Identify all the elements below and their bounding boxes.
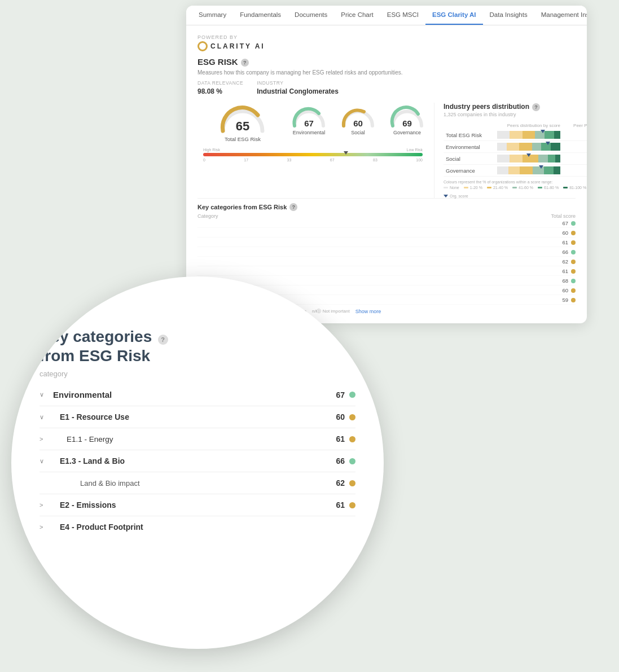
peers-pct-col: Peer Percent. xyxy=(563,122,587,129)
tab-esgmsci[interactable]: ESG MSCI xyxy=(380,6,425,25)
peers-row-0-label: Total ESG Risk xyxy=(444,129,495,141)
legend-61-80: 61-80 % xyxy=(538,186,559,190)
score-dot-item-6: 68 xyxy=(197,276,576,286)
legend-41-60-dot xyxy=(512,187,517,188)
gov-gauge: 69 xyxy=(389,106,425,128)
social-score-label: Social xyxy=(351,130,365,135)
scale-bar-area: High Risk Low Risk 0 17 33 67 83 100 xyxy=(197,148,428,162)
legend-1-20-dot xyxy=(464,187,468,188)
cat-name-land-bio: Land & Bio impact xyxy=(53,479,140,487)
env-score-label: Environmental xyxy=(293,130,326,135)
score-dot-2 xyxy=(571,240,576,245)
tab-pricechart[interactable]: Price Chart xyxy=(334,6,380,25)
legend-org-score: Org. score xyxy=(444,194,468,198)
peers-row-1-marker xyxy=(546,142,550,145)
key-cats-info-icon[interactable]: ? xyxy=(289,203,297,211)
chevron-e4[interactable]: > xyxy=(39,524,49,530)
legend-21-40-dot xyxy=(487,187,491,188)
cat-row-e1: ∨ E1 - Resource Use 60 xyxy=(39,406,355,428)
circle-question-icon[interactable]: ? xyxy=(158,335,168,345)
score-dot-item-2: 61 xyxy=(197,238,576,247)
peers-row-1-bar xyxy=(495,141,563,153)
industry-value: Industrial Conglomerates xyxy=(257,87,339,95)
peers-score-col: Peers distribution by score xyxy=(495,122,563,129)
score-dot-7 xyxy=(571,288,576,293)
peers-row-3-bar xyxy=(495,165,563,177)
cat-name-e2: E2 - Emissions xyxy=(53,500,116,510)
circle-heading-line1: Key categories xyxy=(39,328,152,345)
total-score-col-header: Total score xyxy=(551,213,576,219)
data-relevance-label: DATA RELEVANCE xyxy=(197,80,243,86)
cat-score-e13: 66 xyxy=(336,456,345,465)
cat-dot-e11 xyxy=(349,436,355,442)
peers-row-3-marker xyxy=(539,165,543,169)
esg-risk-subtitle: Measures how this company is managing he… xyxy=(197,69,576,76)
total-score-label: Total ESG Risk xyxy=(225,136,261,142)
tab-summary[interactable]: Summary xyxy=(192,6,233,25)
cat-dot-e2 xyxy=(349,502,355,508)
legend-none: None xyxy=(444,186,459,190)
gov-score-number: 69 xyxy=(402,118,412,128)
peers-info-icon[interactable]: ? xyxy=(532,103,540,111)
cat-row-e13: ∨ E1.3 - Land & Bio 66 xyxy=(39,450,355,472)
cat-dot-env xyxy=(349,392,355,398)
scores-row: 65 Total ESG Risk xyxy=(197,103,428,142)
tab-esgclarityai[interactable]: ESG Clarity AI xyxy=(425,6,483,25)
tab-documents[interactable]: Documents xyxy=(288,6,334,25)
peers-legend: Colours represent the % of organizations… xyxy=(444,180,587,198)
cat-row-environmental: ∨ Environmental 67 xyxy=(39,384,355,406)
cat-row-land-bio: > Land & Bio impact 62 xyxy=(39,472,355,494)
table-row: Governance xyxy=(444,165,587,177)
cat-score-e1: 60 xyxy=(336,412,345,421)
table-row: Total ESG Risk xyxy=(444,129,587,141)
chevron-e11[interactable]: > xyxy=(39,436,49,442)
peers-section: Industry peers distribution ? 1,325 comp… xyxy=(434,103,587,198)
score-dot-8 xyxy=(571,298,576,302)
peers-subtitle: 1,325 companies in this industry xyxy=(444,112,587,117)
esg-risk-info-icon[interactable]: ? xyxy=(241,59,249,67)
score-dot-item-0: 67 xyxy=(197,219,576,228)
industry-label: INDUSTRY xyxy=(257,80,339,86)
legend-21-40: 21-40 % xyxy=(487,186,508,190)
cat-score-e11: 61 xyxy=(336,434,345,443)
clarity-logo: CLARITY AI xyxy=(197,41,576,51)
gov-score-label: Governance xyxy=(393,130,421,135)
peers-row-2-label: Social xyxy=(444,153,495,165)
tab-fundamentals[interactable]: Fundamentals xyxy=(233,6,288,25)
table-row: Social xyxy=(444,153,587,165)
scale-labels: 0 17 33 67 83 100 xyxy=(203,158,423,162)
score-dot-item-4: 62 xyxy=(197,257,576,266)
peers-row-0-pct: 75th xyxy=(563,129,587,141)
peers-row-2-marker xyxy=(526,153,531,157)
peers-title: Industry peers distribution xyxy=(444,103,529,111)
scale-right-label: Low Risk xyxy=(407,148,423,152)
cat-name-env: Environmental xyxy=(53,390,112,399)
chevron-e13[interactable]: ∨ xyxy=(39,458,49,465)
peers-row-1-pct: 86th xyxy=(563,141,587,153)
chevron-env[interactable]: ∨ xyxy=(39,391,49,398)
legend-41-60: 41-60 % xyxy=(512,186,533,190)
table-row: Environmental xyxy=(444,141,587,153)
cat-name-e11: E1.1 - Energy xyxy=(53,435,113,443)
show-more-button[interactable]: Show more xyxy=(355,309,381,314)
peers-row-2-bar xyxy=(495,153,563,165)
peers-row-3-label: Governance xyxy=(444,165,495,177)
tab-managementinsight[interactable]: Management Insight xyxy=(534,6,587,25)
circle-cat-col: category xyxy=(39,370,355,378)
cat-name-e13: E1.3 - Land & Bio xyxy=(53,456,125,465)
score-dot-0 xyxy=(571,221,576,226)
social-score-item: 60 Social xyxy=(337,106,379,135)
powered-by-label: Powered by xyxy=(197,34,576,40)
chevron-e1[interactable]: ∨ xyxy=(39,414,49,421)
data-relevance-value: 98.08 % xyxy=(197,87,222,95)
sub-scores: 67 Environmental 60 xyxy=(288,103,428,135)
score-dot-1 xyxy=(571,231,576,235)
peers-row-3-pct: 74th xyxy=(563,165,587,177)
social-gauge: 60 xyxy=(340,106,376,128)
cat-name-e1: E1 - Resource Use xyxy=(53,412,129,421)
cat-score-e2: 61 xyxy=(336,500,345,510)
social-score-number: 60 xyxy=(353,118,363,128)
tab-datainsights[interactable]: Data Insights xyxy=(483,6,534,25)
chevron-e2[interactable]: > xyxy=(39,502,49,508)
cat-row-e11: > E1.1 - Energy 61 xyxy=(39,428,355,450)
